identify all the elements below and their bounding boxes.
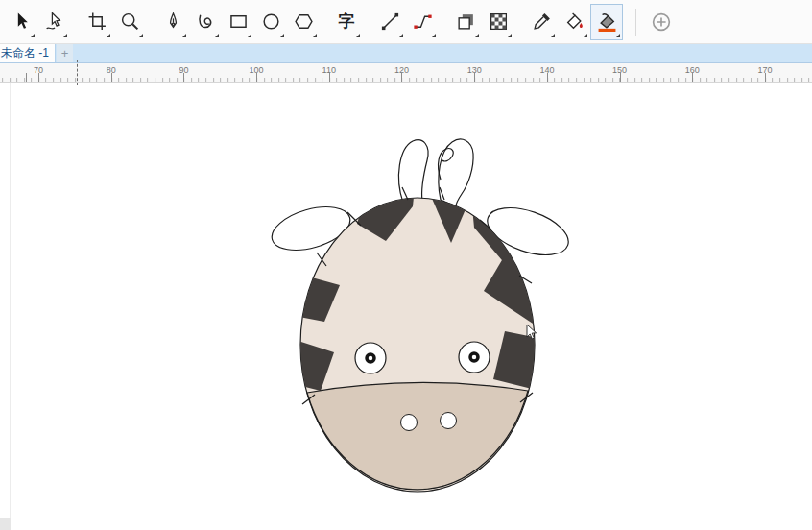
polygon-tool-button[interactable] xyxy=(287,4,320,40)
smart-fill-tool-icon xyxy=(564,12,585,32)
toolbar-separator xyxy=(635,9,636,36)
toolbar: 字 xyxy=(0,0,812,44)
horizontal-ruler[interactable]: 70 80 90 100 110 120 130 140 150 160 170 xyxy=(0,63,812,83)
ruler-label: 70 xyxy=(34,65,43,75)
text-tool-button[interactable]: 字 xyxy=(330,4,363,40)
left-nostril-shape[interactable] xyxy=(401,415,418,431)
text-tool-icon: 字 xyxy=(339,13,355,30)
ruler-label: 140 xyxy=(539,65,554,75)
pen-tool-button[interactable] xyxy=(156,4,189,40)
flyout-caret-icon xyxy=(31,34,35,37)
document-tab-untitled[interactable]: 未命名 -1 xyxy=(0,44,56,62)
ruler-label: 80 xyxy=(107,65,116,75)
eyedropper-tool-button[interactable] xyxy=(525,4,558,40)
connector-tool-icon xyxy=(413,12,433,32)
flyout-caret-icon xyxy=(248,34,251,37)
ruler-label: 110 xyxy=(322,65,336,75)
freehand-curve-tool-button[interactable] xyxy=(189,4,222,40)
zoom-tool-button[interactable] xyxy=(113,4,146,40)
smart-fill-tool-button[interactable] xyxy=(558,4,590,40)
toolbar-group-fill xyxy=(525,4,623,40)
pick-tool-button[interactable] xyxy=(5,4,37,40)
ruler-label: 120 xyxy=(394,65,409,75)
flyout-caret-icon xyxy=(584,34,587,37)
flyout-caret-icon xyxy=(63,34,67,37)
flyout-caret-icon xyxy=(475,34,479,37)
new-tab-plus-icon: + xyxy=(61,46,69,60)
toolbar-group-effects xyxy=(449,4,514,40)
straight-line-tool-icon xyxy=(380,12,400,32)
pick-tool-icon xyxy=(12,12,32,32)
app-window: 字 xyxy=(0,0,812,530)
left-eye-shape[interactable] xyxy=(355,343,386,373)
ruler-label: 170 xyxy=(757,65,772,75)
ruler-label: 160 xyxy=(685,65,700,75)
flyout-caret-icon xyxy=(313,34,317,37)
flyout-caret-icon xyxy=(356,34,360,37)
flyout-caret-icon xyxy=(432,34,436,37)
flyout-caret-icon xyxy=(508,34,512,37)
drop-shadow-tool-button[interactable] xyxy=(449,4,482,40)
drop-shadow-tool-icon xyxy=(456,12,476,32)
document-tab-bar: 未命名 -1 + xyxy=(0,44,812,63)
right-eye-shape[interactable] xyxy=(459,342,490,373)
rectangle-tool-icon xyxy=(228,12,249,32)
eyedropper-tool-icon xyxy=(532,12,552,32)
pen-tool-icon xyxy=(163,12,183,32)
crop-tool-icon xyxy=(87,12,107,32)
zoom-tool-icon xyxy=(120,12,140,32)
left-horn-shape[interactable] xyxy=(398,140,428,203)
toolbar-group-draw xyxy=(156,4,320,40)
cow-head-drawing[interactable] xyxy=(0,83,812,530)
right-nostril-shape[interactable] xyxy=(441,413,457,429)
flyout-caret-icon xyxy=(215,34,219,37)
toolbar-group-select xyxy=(5,4,70,40)
toolbar-group-cropzoom xyxy=(81,4,146,40)
flyout-caret-icon xyxy=(399,34,403,37)
toolbar-group-lines xyxy=(373,4,439,40)
flyout-caret-icon xyxy=(139,34,143,37)
toolbar-group-add xyxy=(645,4,678,40)
plus-circle-icon xyxy=(651,12,672,33)
transparency-tool-button[interactable] xyxy=(482,4,514,40)
drawing-canvas[interactable] xyxy=(0,83,812,530)
ruler-label: 150 xyxy=(612,65,627,75)
ruler-label: 90 xyxy=(179,65,188,75)
flyout-caret-icon xyxy=(616,34,620,37)
straight-line-tool-button[interactable] xyxy=(373,4,406,40)
connector-tool-button[interactable] xyxy=(406,4,439,40)
interactive-fill-tool-icon xyxy=(597,12,617,32)
flyout-caret-icon xyxy=(182,34,186,37)
document-tab-label: 未命名 -1 xyxy=(1,45,49,61)
rectangle-tool-button[interactable] xyxy=(222,4,254,40)
freehand-curve-tool-icon xyxy=(196,12,216,32)
polygon-tool-icon xyxy=(294,12,314,32)
flyout-caret-icon xyxy=(280,34,284,37)
interactive-fill-tool-button[interactable] xyxy=(590,4,623,40)
flyout-caret-icon xyxy=(551,34,555,37)
ruler-label: 130 xyxy=(467,65,482,75)
muzzle-shape[interactable] xyxy=(307,382,528,489)
toolbar-group-text: 字 xyxy=(330,4,363,40)
ellipse-tool-icon xyxy=(261,12,281,32)
transparency-tool-icon xyxy=(489,12,509,32)
flyout-caret-icon xyxy=(107,34,110,37)
page-boundary-guide xyxy=(77,60,78,85)
crop-tool-button[interactable] xyxy=(81,4,113,40)
ruler-label: 100 xyxy=(250,65,264,75)
add-tools-button[interactable] xyxy=(645,4,678,40)
shape-edit-tool-icon xyxy=(44,12,64,32)
ellipse-tool-button[interactable] xyxy=(254,4,287,40)
right-horn-shape[interactable] xyxy=(439,139,473,206)
new-document-tab-button[interactable]: + xyxy=(57,44,73,62)
shape-edit-tool-button[interactable] xyxy=(37,4,70,40)
fill-color-bar xyxy=(598,29,615,32)
